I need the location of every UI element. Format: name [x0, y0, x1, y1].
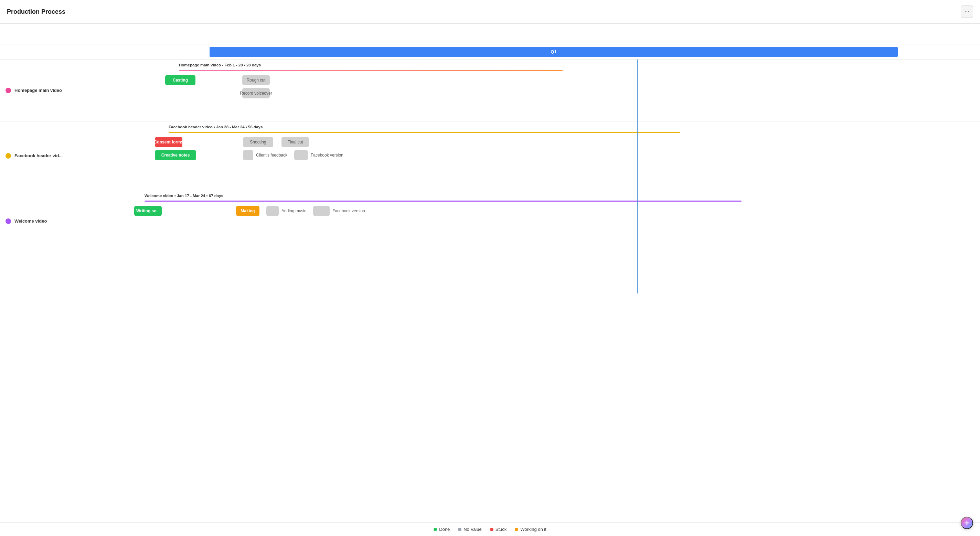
- task-final-cut[interactable]: Final cut: [282, 137, 309, 147]
- label-facebook: Facebook header vid...: [0, 121, 79, 190]
- homepage-timeline-line: [179, 70, 563, 71]
- header: Production Process ···: [0, 0, 980, 24]
- task-clients-feedback[interactable]: [243, 150, 253, 160]
- row-facebook: Facebook header vid... Facebook header v…: [0, 121, 980, 190]
- legend: Done No Value Stuck Working on it: [0, 522, 980, 536]
- menu-button[interactable]: ···: [961, 5, 973, 18]
- welcome-bar-label: Welcome video • Jan 17 - Mar 24 • 67 day…: [138, 194, 980, 199]
- gantt-cell-homepage: Homepage main video • Feb 1 - 28 • 28 da…: [127, 59, 980, 121]
- task-making[interactable]: Making: [236, 206, 259, 216]
- row-homepage: Homepage main video Homepage main video …: [0, 59, 980, 121]
- homepage-bar-label: Homepage main video • Feb 1 - 28 • 28 da…: [172, 63, 980, 68]
- dot-homepage: [5, 88, 11, 93]
- task-casting[interactable]: Casting: [165, 75, 196, 85]
- quarter-bar: Q1: [210, 47, 897, 57]
- page-title: Production Process: [7, 8, 65, 16]
- app-container: Production Process ··· Q1: [0, 0, 980, 536]
- task-shooting[interactable]: Shooting: [243, 137, 273, 147]
- legend-dot-working: [515, 528, 518, 531]
- legend-working: Working on it: [515, 527, 546, 532]
- facebook-bar-label: Facebook header video • Jan 28 - Mar 24 …: [162, 125, 980, 130]
- row-welcome: Welcome video Welcome video • Jan 17 - M…: [0, 190, 980, 252]
- gantt-cell-facebook: Facebook header video • Jan 28 - Mar 24 …: [127, 121, 980, 190]
- task-rough-cut[interactable]: Rough cut: [242, 75, 270, 85]
- task-consent-forms[interactable]: Consent forms: [155, 137, 182, 147]
- facebook-timeline-line: [169, 132, 680, 133]
- task-writing-script[interactable]: Writing sc...: [134, 206, 162, 216]
- legend-dot-stuck: [490, 528, 493, 531]
- legend-no-value: No Value: [458, 527, 482, 532]
- legend-done: Done: [434, 527, 450, 532]
- task-facebook-version-welcome[interactable]: [313, 206, 330, 216]
- legend-stuck: Stuck: [490, 527, 507, 532]
- task-record-voiceover[interactable]: Record voiceover: [242, 88, 270, 99]
- gantt-cell-welcome: Welcome video • Jan 17 - Mar 24 • 67 day…: [127, 190, 980, 252]
- legend-dot-done: [434, 528, 437, 531]
- legend-dot-no-value: [458, 528, 461, 531]
- task-creative-notes[interactable]: Creative notes: [155, 150, 196, 160]
- gantt-wrapper: Q1 Homepage main video: [0, 24, 980, 522]
- add-button[interactable]: [961, 517, 973, 529]
- task-adding-music-chip[interactable]: [266, 206, 279, 216]
- label-welcome: Welcome video: [0, 190, 79, 252]
- dot-facebook: [5, 153, 11, 159]
- task-facebook-version-fb[interactable]: [294, 150, 308, 160]
- welcome-timeline-line: [145, 200, 741, 202]
- label-homepage: Homepage main video: [0, 59, 79, 121]
- dot-welcome: [5, 218, 11, 224]
